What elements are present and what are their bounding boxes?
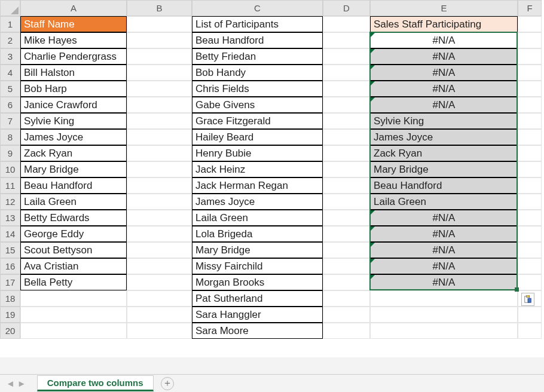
add-sheet-button[interactable]: ＋: [161, 377, 174, 390]
row-header-18[interactable]: 18: [0, 290, 20, 307]
cell-B15[interactable]: [127, 242, 192, 258]
cell-C14[interactable]: Lola Brigeda: [192, 226, 323, 242]
row-header-8[interactable]: 8: [0, 129, 20, 145]
cell-C3[interactable]: Betty Friedan: [192, 48, 323, 65]
cell-E10[interactable]: Mary Bridge: [370, 161, 518, 177]
cell-A16[interactable]: Ava Cristian: [20, 258, 127, 274]
cell-C4[interactable]: Bob Handy: [192, 65, 323, 81]
sheet-tab-active[interactable]: Compare two columns: [37, 375, 154, 391]
cell-D3[interactable]: [323, 48, 370, 65]
row-header-3[interactable]: 3: [0, 48, 20, 65]
cell-D13[interactable]: [323, 210, 370, 226]
cell-F16[interactable]: [518, 258, 542, 274]
row-header-14[interactable]: 14: [0, 226, 20, 242]
cell-A13[interactable]: Betty Edwards: [20, 210, 127, 226]
cell-D6[interactable]: [323, 97, 370, 113]
cell-B20[interactable]: [127, 323, 192, 339]
column-header-D[interactable]: D: [323, 0, 370, 16]
cell-A18[interactable]: [20, 290, 127, 307]
cell-D15[interactable]: [323, 242, 370, 258]
row-header-17[interactable]: 17: [0, 274, 20, 290]
cell-C17[interactable]: Morgan Brooks: [192, 274, 323, 290]
row-header-2[interactable]: 2: [0, 32, 20, 48]
cell-D10[interactable]: [323, 161, 370, 177]
row-header-15[interactable]: 15: [0, 242, 20, 258]
row-header-16[interactable]: 16: [0, 258, 20, 274]
cell-C9[interactable]: Henry Bubie: [192, 145, 323, 161]
cell-B10[interactable]: [127, 161, 192, 177]
cell-E9[interactable]: Zack Ryan: [370, 145, 518, 161]
cell-E1[interactable]: Sales Staff Participating: [370, 16, 518, 32]
cell-F8[interactable]: [518, 129, 542, 145]
cell-C8[interactable]: Hailey Beard: [192, 129, 323, 145]
cell-E20[interactable]: [370, 323, 518, 339]
sheet-nav-prev-icon[interactable]: ◄: [6, 378, 15, 388]
cell-C15[interactable]: Mary Bridge: [192, 242, 323, 258]
cell-E3[interactable]: #N/A: [370, 48, 518, 65]
cell-A8[interactable]: James Joyce: [20, 129, 127, 145]
cell-C10[interactable]: Jack Heinz: [192, 161, 323, 177]
cell-B17[interactable]: [127, 274, 192, 290]
cell-D9[interactable]: [323, 145, 370, 161]
cell-E8[interactable]: James Joyce: [370, 129, 518, 145]
cell-F19[interactable]: [518, 307, 542, 323]
cell-B12[interactable]: [127, 194, 192, 210]
row-header-6[interactable]: 6: [0, 97, 20, 113]
cell-F1[interactable]: [518, 16, 542, 32]
cell-B3[interactable]: [127, 48, 192, 65]
cell-C1[interactable]: List of Participants: [192, 16, 323, 32]
cell-A1[interactable]: Staff Name: [20, 16, 127, 32]
cell-D17[interactable]: [323, 274, 370, 290]
cell-C11[interactable]: Jack Herman Regan: [192, 177, 323, 194]
column-header-E[interactable]: E: [370, 0, 518, 16]
cell-C2[interactable]: Beau Handford: [192, 32, 323, 48]
cell-A20[interactable]: [20, 323, 127, 339]
cell-A12[interactable]: Laila Green: [20, 194, 127, 210]
cell-D1[interactable]: [323, 16, 370, 32]
cell-D14[interactable]: [323, 226, 370, 242]
cell-A5[interactable]: Bob Harp: [20, 81, 127, 97]
cell-A14[interactable]: George Eddy: [20, 226, 127, 242]
cell-B9[interactable]: [127, 145, 192, 161]
cell-C12[interactable]: James Joyce: [192, 194, 323, 210]
cell-D7[interactable]: [323, 113, 370, 129]
cell-D12[interactable]: [323, 194, 370, 210]
cell-E5[interactable]: #N/A: [370, 81, 518, 97]
cell-A15[interactable]: Scout Bettyson: [20, 242, 127, 258]
cell-F14[interactable]: [518, 226, 542, 242]
cell-E18[interactable]: [370, 290, 518, 307]
row-header-1[interactable]: 1: [0, 16, 20, 32]
cell-B7[interactable]: [127, 113, 192, 129]
row-header-9[interactable]: 9: [0, 145, 20, 161]
cell-F11[interactable]: [518, 177, 542, 194]
cell-C16[interactable]: Missy Fairchild: [192, 258, 323, 274]
cell-B6[interactable]: [127, 97, 192, 113]
cell-A11[interactable]: Beau Handford: [20, 177, 127, 194]
cell-F2[interactable]: [518, 32, 542, 48]
cell-A2[interactable]: Mike Hayes: [20, 32, 127, 48]
cell-D8[interactable]: [323, 129, 370, 145]
cell-B14[interactable]: [127, 226, 192, 242]
cell-E14[interactable]: #N/A: [370, 226, 518, 242]
column-header-F[interactable]: F: [518, 0, 542, 16]
cell-E15[interactable]: #N/A: [370, 242, 518, 258]
row-header-5[interactable]: 5: [0, 81, 20, 97]
cell-D20[interactable]: [323, 323, 370, 339]
cell-E13[interactable]: #N/A: [370, 210, 518, 226]
column-header-C[interactable]: C: [192, 0, 323, 16]
cell-E16[interactable]: #N/A: [370, 258, 518, 274]
cell-A17[interactable]: Bella Petty: [20, 274, 127, 290]
cell-E7[interactable]: Sylvie King: [370, 113, 518, 129]
cell-F10[interactable]: [518, 161, 542, 177]
cell-F5[interactable]: [518, 81, 542, 97]
cell-F7[interactable]: [518, 113, 542, 129]
cell-F20[interactable]: [518, 323, 542, 339]
cell-D5[interactable]: [323, 81, 370, 97]
cell-E11[interactable]: Beau Handford: [370, 177, 518, 194]
cell-D4[interactable]: [323, 65, 370, 81]
cell-F3[interactable]: [518, 48, 542, 65]
paste-options-icon[interactable]: [521, 293, 534, 306]
cell-F9[interactable]: [518, 145, 542, 161]
cell-D16[interactable]: [323, 258, 370, 274]
select-all-corner[interactable]: [0, 0, 20, 16]
